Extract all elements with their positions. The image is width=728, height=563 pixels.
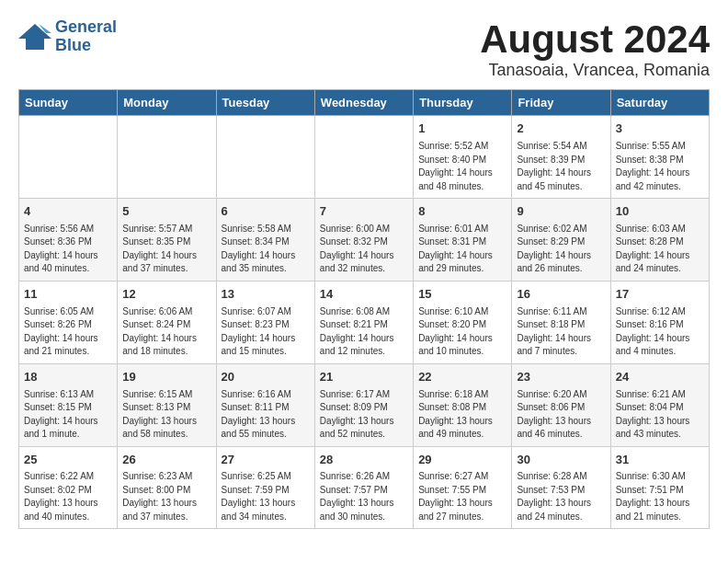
day-number: 26 xyxy=(122,452,210,469)
day-info: Sunrise: 6:25 AM Sunset: 7:59 PM Dayligh… xyxy=(222,470,310,523)
calendar-day: 9Sunrise: 6:02 AM Sunset: 8:29 PM Daylig… xyxy=(512,199,610,282)
day-info: Sunrise: 5:58 AM Sunset: 8:34 PM Dayligh… xyxy=(222,223,310,276)
weekday-header-monday: Monday xyxy=(118,90,216,116)
day-number: 8 xyxy=(418,203,506,221)
calendar-day: 18Sunrise: 6:13 AM Sunset: 8:15 PM Dayli… xyxy=(19,363,118,446)
day-info: Sunrise: 6:15 AM Sunset: 8:13 PM Dayligh… xyxy=(122,388,210,442)
day-info: Sunrise: 5:55 AM Sunset: 8:38 PM Dayligh… xyxy=(616,140,704,193)
day-info: Sunrise: 6:27 AM Sunset: 7:55 PM Dayligh… xyxy=(418,470,506,523)
calendar-table: SundayMondayTuesdayWednesdayThursdayFrid… xyxy=(18,89,710,529)
day-info: Sunrise: 6:17 AM Sunset: 8:09 PM Dayligh… xyxy=(320,388,408,442)
day-number: 27 xyxy=(222,452,310,469)
calendar-day xyxy=(314,116,413,199)
day-number: 15 xyxy=(418,286,506,304)
weekday-header-sunday: Sunday xyxy=(19,90,118,116)
day-info: Sunrise: 6:16 AM Sunset: 8:11 PM Dayligh… xyxy=(222,388,310,442)
day-number: 18 xyxy=(24,369,112,386)
day-number: 5 xyxy=(122,203,210,221)
day-info: Sunrise: 6:23 AM Sunset: 8:00 PM Dayligh… xyxy=(122,470,210,523)
calendar-day: 19Sunrise: 6:15 AM Sunset: 8:13 PM Dayli… xyxy=(118,363,216,446)
calendar-day: 14Sunrise: 6:08 AM Sunset: 8:21 PM Dayli… xyxy=(314,281,413,363)
calendar-week-2: 4Sunrise: 5:56 AM Sunset: 8:36 PM Daylig… xyxy=(19,199,710,282)
day-info: Sunrise: 6:02 AM Sunset: 8:29 PM Dayligh… xyxy=(517,223,605,276)
day-number: 29 xyxy=(418,452,506,469)
day-number: 1 xyxy=(418,121,506,138)
day-info: Sunrise: 5:54 AM Sunset: 8:39 PM Dayligh… xyxy=(517,140,605,193)
calendar-day: 5Sunrise: 5:57 AM Sunset: 8:35 PM Daylig… xyxy=(118,199,216,282)
logo: General Blue xyxy=(18,18,117,55)
calendar-week-1: 1Sunrise: 5:52 AM Sunset: 8:40 PM Daylig… xyxy=(19,116,710,199)
day-info: Sunrise: 6:00 AM Sunset: 8:32 PM Dayligh… xyxy=(320,223,408,276)
day-number: 31 xyxy=(616,452,704,469)
day-info: Sunrise: 6:12 AM Sunset: 8:16 PM Dayligh… xyxy=(616,305,704,359)
calendar-day: 28Sunrise: 6:26 AM Sunset: 7:57 PM Dayli… xyxy=(314,446,413,529)
day-number: 3 xyxy=(616,121,704,138)
weekday-header-saturday: Saturday xyxy=(610,90,709,116)
weekday-header-thursday: Thursday xyxy=(414,90,512,116)
day-number: 7 xyxy=(320,203,408,221)
day-number: 28 xyxy=(320,452,408,469)
day-info: Sunrise: 6:20 AM Sunset: 8:06 PM Dayligh… xyxy=(517,388,605,442)
weekday-header-tuesday: Tuesday xyxy=(216,90,314,116)
calendar-week-5: 25Sunrise: 6:22 AM Sunset: 8:02 PM Dayli… xyxy=(19,446,710,529)
day-number: 30 xyxy=(517,452,605,469)
day-number: 20 xyxy=(222,369,310,386)
day-number: 12 xyxy=(122,286,210,304)
day-number: 13 xyxy=(222,286,310,304)
day-info: Sunrise: 5:52 AM Sunset: 8:40 PM Dayligh… xyxy=(418,140,506,193)
logo-text: General Blue xyxy=(55,18,117,55)
calendar-day: 24Sunrise: 6:21 AM Sunset: 8:04 PM Dayli… xyxy=(610,363,709,446)
day-info: Sunrise: 6:05 AM Sunset: 8:26 PM Dayligh… xyxy=(24,305,112,359)
weekday-header-friday: Friday xyxy=(512,90,610,116)
day-number: 14 xyxy=(320,286,408,304)
day-number: 16 xyxy=(517,286,605,304)
calendar-day: 30Sunrise: 6:28 AM Sunset: 7:53 PM Dayli… xyxy=(512,446,610,529)
day-number: 25 xyxy=(24,452,112,469)
day-info: Sunrise: 6:10 AM Sunset: 8:20 PM Dayligh… xyxy=(418,305,506,359)
day-info: Sunrise: 6:07 AM Sunset: 8:23 PM Dayligh… xyxy=(222,305,310,359)
day-number: 2 xyxy=(517,121,605,138)
calendar-day: 11Sunrise: 6:05 AM Sunset: 8:26 PM Dayli… xyxy=(19,281,118,363)
calendar-day: 10Sunrise: 6:03 AM Sunset: 8:28 PM Dayli… xyxy=(610,199,709,282)
day-info: Sunrise: 6:21 AM Sunset: 8:04 PM Dayligh… xyxy=(616,388,704,442)
day-number: 10 xyxy=(616,203,704,221)
svg-marker-0 xyxy=(18,24,51,50)
calendar-day: 29Sunrise: 6:27 AM Sunset: 7:55 PM Dayli… xyxy=(414,446,512,529)
calendar-day xyxy=(118,116,216,199)
day-info: Sunrise: 6:26 AM Sunset: 7:57 PM Dayligh… xyxy=(320,470,408,523)
calendar-day: 20Sunrise: 6:16 AM Sunset: 8:11 PM Dayli… xyxy=(216,363,314,446)
day-info: Sunrise: 6:18 AM Sunset: 8:08 PM Dayligh… xyxy=(418,388,506,442)
calendar-week-3: 11Sunrise: 6:05 AM Sunset: 8:26 PM Dayli… xyxy=(19,281,710,363)
weekday-header-wednesday: Wednesday xyxy=(314,90,413,116)
calendar-day: 25Sunrise: 6:22 AM Sunset: 8:02 PM Dayli… xyxy=(19,446,118,529)
day-info: Sunrise: 6:11 AM Sunset: 8:18 PM Dayligh… xyxy=(517,305,605,359)
day-info: Sunrise: 6:22 AM Sunset: 8:02 PM Dayligh… xyxy=(24,470,112,523)
calendar-day: 27Sunrise: 6:25 AM Sunset: 7:59 PM Dayli… xyxy=(216,446,314,529)
day-number: 22 xyxy=(418,369,506,386)
calendar-day: 7Sunrise: 6:00 AM Sunset: 8:32 PM Daylig… xyxy=(314,199,413,282)
day-info: Sunrise: 5:57 AM Sunset: 8:35 PM Dayligh… xyxy=(122,223,210,276)
calendar-day: 13Sunrise: 6:07 AM Sunset: 8:23 PM Dayli… xyxy=(216,281,314,363)
calendar-day xyxy=(216,116,314,199)
calendar-day xyxy=(19,116,118,199)
day-info: Sunrise: 6:28 AM Sunset: 7:53 PM Dayligh… xyxy=(517,470,605,523)
day-info: Sunrise: 6:08 AM Sunset: 8:21 PM Dayligh… xyxy=(320,305,408,359)
calendar-week-4: 18Sunrise: 6:13 AM Sunset: 8:15 PM Dayli… xyxy=(19,363,710,446)
day-number: 11 xyxy=(24,286,112,304)
calendar-day: 17Sunrise: 6:12 AM Sunset: 8:16 PM Dayli… xyxy=(610,281,709,363)
calendar-day: 21Sunrise: 6:17 AM Sunset: 8:09 PM Dayli… xyxy=(314,363,413,446)
calendar-day: 6Sunrise: 5:58 AM Sunset: 8:34 PM Daylig… xyxy=(216,199,314,282)
day-info: Sunrise: 6:13 AM Sunset: 8:15 PM Dayligh… xyxy=(24,388,112,442)
calendar-day: 26Sunrise: 6:23 AM Sunset: 8:00 PM Dayli… xyxy=(118,446,216,529)
calendar-day: 12Sunrise: 6:06 AM Sunset: 8:24 PM Dayli… xyxy=(118,281,216,363)
calendar-day: 4Sunrise: 5:56 AM Sunset: 8:36 PM Daylig… xyxy=(19,199,118,282)
calendar-day: 8Sunrise: 6:01 AM Sunset: 8:31 PM Daylig… xyxy=(414,199,512,282)
logo-icon xyxy=(18,20,51,53)
day-number: 6 xyxy=(222,203,310,221)
day-info: Sunrise: 6:06 AM Sunset: 8:24 PM Dayligh… xyxy=(122,305,210,359)
day-number: 24 xyxy=(616,369,704,386)
month-title: August 2024 xyxy=(480,18,710,61)
calendar-day: 31Sunrise: 6:30 AM Sunset: 7:51 PM Dayli… xyxy=(610,446,709,529)
calendar-day: 22Sunrise: 6:18 AM Sunset: 8:08 PM Dayli… xyxy=(414,363,512,446)
title-area: August 2024 Tanasoaia, Vrancea, Romania xyxy=(480,18,710,80)
